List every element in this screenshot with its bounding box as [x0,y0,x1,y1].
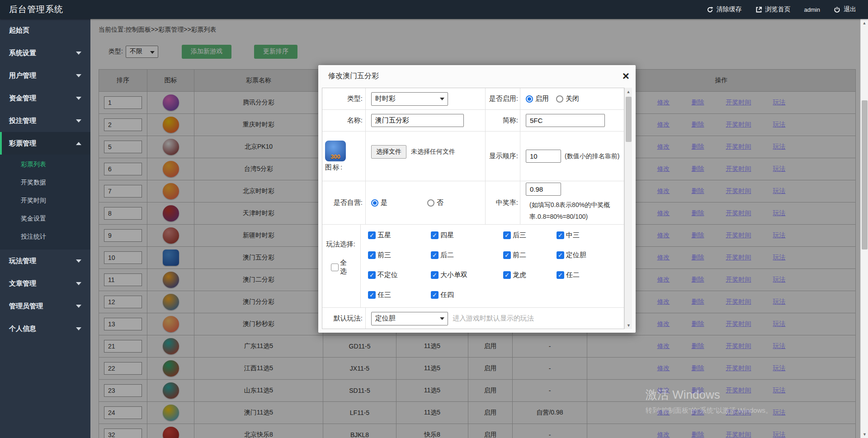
close-icon[interactable]: × [623,70,629,82]
sidebar-item-9[interactable]: 个人信息 [0,317,90,340]
abbr-input[interactable] [526,114,605,127]
browse-home-button[interactable]: 浏览首页 [755,5,791,14]
sidebar: 起始页系统设置用户管理资金管理投注管理彩票管理彩票列表开奖数据开奖时间奖金设置投… [0,19,90,438]
topbar: 后台管理系统 清除缓存 浏览首页 admin 退出 [0,0,868,19]
sidebar-item-3[interactable]: 资金管理 [0,87,90,109]
chevron-down-icon [76,259,81,263]
sidebar-item-8[interactable]: 管理员管理 [0,295,90,317]
chevron-down-icon [76,74,81,77]
play-checkbox-checked[interactable] [431,231,439,239]
form-row-self: 是否自营: 是 否 中奖率: (如填写0.8表示80%的中奖概率.0.8=80%… [322,181,624,225]
sidebar-item-1[interactable]: 系统设置 [0,42,90,64]
play-checkbox-checked[interactable] [557,231,564,239]
play-checkbox-label: 后三 [513,231,526,240]
rate-hint: (如填写0.8表示80%的中奖概率.0.8=80%=80/100) [529,199,621,223]
page-scrollbar-thumb[interactable] [862,100,868,250]
modal-form: 类型: 时时彩 是否启用: 启用 关闭 名称: 简称: 3 [322,88,624,329]
abbr-label: 简称: [486,110,520,131]
play-checkbox-checked[interactable] [431,291,439,299]
external-link-icon [755,6,762,13]
modal-scroll-up-icon[interactable]: ▲ [625,88,632,95]
lottery-icon-preview: 300 [325,141,346,161]
plays-label-cell: 玩法选择: 全选 [322,225,361,307]
sidebar-item-7[interactable]: 文章管理 [0,272,90,295]
app-title: 后台管理系统 [0,4,63,15]
enable-label: 是否启用: [486,88,520,109]
select-all-label: 全选 [340,259,348,276]
win-rate-input[interactable] [526,183,561,196]
sidebar-subitem-4[interactable]: 投注统计 [0,228,90,246]
play-checkbox-checked[interactable] [503,231,511,239]
sidebar-subitem-1[interactable]: 开奖数据 [0,174,90,192]
order-hint: (数值小的排名靠前) [565,152,619,160]
play-checkbox-label: 任二 [566,271,580,279]
play-checkbox-checked[interactable] [368,251,376,259]
type-select[interactable]: 时时彩 [371,92,448,106]
play-checkbox-label: 前二 [513,251,526,259]
icon-label: 图标: [325,163,343,172]
sidebar-subitem-0[interactable]: 彩票列表 [0,155,90,174]
sidebar-subitem-2[interactable]: 开奖时间 [0,192,90,210]
chevron-down-icon [76,327,81,330]
clear-cache-button[interactable]: 清除缓存 [707,5,742,14]
scroll-up-icon[interactable]: ▲ [861,19,868,27]
self-yes-radio[interactable] [371,199,378,207]
sidebar-item-5[interactable]: 彩票管理 [0,132,90,155]
sidebar-subitem-3[interactable]: 奖金设置 [0,210,90,228]
display-order-input[interactable] [526,150,561,163]
play-checkbox-checked[interactable] [557,251,564,259]
refresh-icon [707,6,713,13]
select-all-checkbox[interactable] [331,264,339,271]
enable-off-radio[interactable] [556,95,563,103]
type-label: 类型: [322,88,366,109]
sidebar-item-6[interactable]: 玩法管理 [0,250,90,272]
play-checkbox-label: 四星 [440,231,454,240]
play-checkbox-checked[interactable] [368,231,376,239]
self-no-radio[interactable] [427,199,434,207]
form-row-type: 类型: 时时彩 是否启用: 启用 关闭 [322,88,624,110]
enable-on-radio[interactable] [526,95,533,103]
chevron-down-icon [76,119,81,122]
play-checkbox-label: 后二 [440,251,454,259]
default-play-hint: 进入游戏时默认显示的玩法 [453,314,534,323]
play-checkbox-checked[interactable] [503,271,511,279]
logout-button[interactable]: 退出 [834,5,856,14]
self-label: 是否自营: [322,181,366,224]
username[interactable]: admin [804,6,820,13]
play-checkbox-checked[interactable] [368,271,376,279]
play-checkbox-checked[interactable] [431,251,439,259]
page-scrollbar[interactable]: ▲ ▼ [860,19,868,438]
plays-label: 玩法选择: [326,240,355,249]
icon-label-cell: 300 图标: [322,132,366,181]
chevron-down-icon [76,52,81,55]
play-checkbox-label: 五星 [377,231,391,240]
play-checkbox-checked[interactable] [368,291,376,299]
modal-scrollbar[interactable]: ▲ ▼ [624,88,632,329]
modal-scrollbar-thumb[interactable] [626,97,632,142]
modal-scroll-down-icon[interactable]: ▼ [625,321,632,329]
sidebar-item-0[interactable]: 起始页 [0,19,90,42]
chevron-down-icon [76,282,81,285]
play-checkbox-checked[interactable] [431,271,439,279]
default-play-select[interactable]: 定位胆 [371,312,448,325]
play-checkbox-checked[interactable] [503,251,511,259]
edit-lottery-modal: 修改澳门五分彩 × 类型: 时时彩 是否启用: 启用 关闭 名称: 简称: [318,65,636,333]
chevron-down-icon [76,97,81,100]
chevron-up-icon [76,142,81,145]
play-checkbox-label: 任四 [440,291,454,299]
play-checkbox-label: 前三 [377,251,391,259]
play-checkbox-label: 任三 [377,291,391,299]
name-input[interactable] [371,114,464,127]
sidebar-item-4[interactable]: 投注管理 [0,109,90,132]
sidebar-item-2[interactable]: 用户管理 [0,64,90,87]
form-row-plays: 玩法选择: 全选 五星四星后三中三前三后二前二定位胆不定位大小单双龙虎任二任三任… [322,225,624,308]
name-label: 名称: [322,110,366,131]
form-row-name: 名称: 简称: [322,110,624,132]
play-checkbox-label: 定位胆 [566,251,586,259]
play-checkbox-checked[interactable] [557,271,564,279]
scroll-down-icon[interactable]: ▼ [861,430,868,438]
power-icon [834,6,840,13]
submenu: 彩票列表开奖数据开奖时间奖金设置投注统计 [0,155,90,250]
choose-file-button[interactable]: 选择文件 [371,145,406,159]
default-play-label: 默认玩法: [322,308,366,329]
